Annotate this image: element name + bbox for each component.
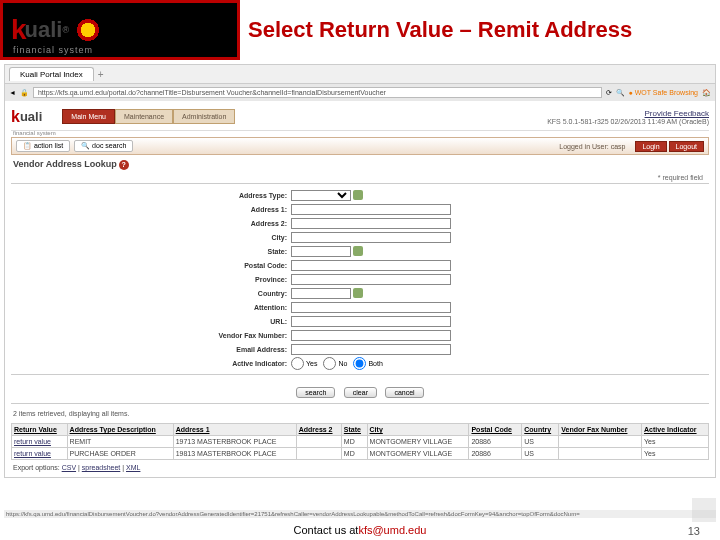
table-row: return valueREMIT19713 MASTERBROOK PLACE… bbox=[12, 436, 709, 448]
results-table: Return Value Address Type Description Ad… bbox=[11, 423, 709, 460]
label-postal: Postal Code: bbox=[11, 262, 291, 269]
lookup-icon[interactable] bbox=[353, 288, 363, 298]
col-state[interactable]: State bbox=[341, 424, 367, 436]
label-state: State: bbox=[11, 248, 291, 255]
label-city: City: bbox=[11, 234, 291, 241]
url-input[interactable]: https://kfs.qa.umd.edu/portal.do?channel… bbox=[33, 87, 602, 98]
logo-uali: uali bbox=[25, 17, 63, 43]
address1-input[interactable] bbox=[291, 204, 451, 215]
home-icon[interactable]: 🏠 bbox=[702, 89, 711, 97]
browser-toolbar: ◄ 🔒 https://kfs.qa.umd.edu/portal.do?cha… bbox=[5, 83, 715, 101]
login-button[interactable]: Login bbox=[635, 141, 666, 152]
label-attention: Attention: bbox=[11, 304, 291, 311]
col-fax[interactable]: Vendor Fax Number bbox=[559, 424, 642, 436]
col-return[interactable]: Return Value bbox=[12, 424, 68, 436]
export-spreadsheet-link[interactable]: spreadsheet bbox=[82, 464, 121, 471]
back-icon[interactable]: ◄ bbox=[9, 89, 16, 96]
export-csv-link[interactable]: CSV bbox=[62, 464, 76, 471]
search-button[interactable]: search bbox=[296, 387, 335, 398]
slide-footer: Contact us at kfs@umd.edu bbox=[0, 520, 720, 540]
browser-status-bar: https://kfs.qa.umd.edu/financialDisburse… bbox=[4, 510, 716, 518]
wot-badge: ● WOT Safe Browsing bbox=[629, 89, 698, 96]
clear-button[interactable]: clear bbox=[344, 387, 377, 398]
doc-search-button[interactable]: 🔍 doc search bbox=[74, 140, 133, 152]
required-legend: * required field bbox=[11, 174, 709, 181]
col-country[interactable]: Country bbox=[522, 424, 559, 436]
label-province: Province: bbox=[11, 276, 291, 283]
email-input[interactable] bbox=[291, 344, 451, 355]
app-logo-k: k bbox=[11, 108, 20, 126]
search-form: Address Type: Address 1: Address 2: City… bbox=[11, 183, 709, 375]
slide-title: Select Return Value – Remit Address bbox=[248, 17, 632, 43]
logged-in-user: Logged in User: casp bbox=[559, 143, 625, 150]
radio-yes[interactable]: Yes bbox=[291, 357, 317, 370]
logout-button[interactable]: Logout bbox=[669, 141, 704, 152]
city-input[interactable] bbox=[291, 232, 451, 243]
export-options: Export options: CSV | spreadsheet | XML bbox=[11, 460, 709, 475]
browser-tab-bar: Kuali Portal Index + bbox=[5, 65, 715, 83]
radio-no[interactable]: No bbox=[323, 357, 347, 370]
action-bar: 📋 action list 🔍 doc search Logged in Use… bbox=[11, 137, 709, 155]
lock-icon: 🔒 bbox=[20, 89, 29, 97]
address2-input[interactable] bbox=[291, 218, 451, 229]
lookup-icon[interactable] bbox=[353, 190, 363, 200]
button-row: search clear cancel bbox=[11, 377, 709, 404]
col-active[interactable]: Active Indicator bbox=[642, 424, 709, 436]
label-country: Country: bbox=[11, 290, 291, 297]
country-input[interactable] bbox=[291, 288, 351, 299]
footer-logo-icon bbox=[692, 498, 716, 522]
help-icon[interactable]: ? bbox=[119, 160, 129, 170]
postal-input[interactable] bbox=[291, 260, 451, 271]
label-active: Active Indicator: bbox=[11, 360, 291, 367]
browser-window: Kuali Portal Index + ◄ 🔒 https://kfs.qa.… bbox=[4, 64, 716, 478]
logo-subtitle: financial system bbox=[13, 45, 93, 55]
search-icon[interactable]: 🔍 bbox=[616, 89, 625, 97]
results-message: 2 items retrieved, displaying all items. bbox=[11, 404, 709, 423]
state-input[interactable] bbox=[291, 246, 351, 257]
tab-administration[interactable]: Administration bbox=[173, 109, 235, 124]
tab-maintenance[interactable]: Maintenance bbox=[115, 109, 173, 124]
new-tab-icon[interactable]: + bbox=[98, 69, 104, 80]
app-header: k uali Main Menu Maintenance Administrat… bbox=[11, 103, 709, 131]
browser-tab[interactable]: Kuali Portal Index bbox=[9, 67, 94, 81]
provide-feedback-link[interactable]: Provide Feedback bbox=[547, 109, 709, 118]
contact-email: kfs@umd.edu bbox=[358, 524, 426, 536]
return-value-link[interactable]: return value bbox=[14, 450, 51, 457]
province-input[interactable] bbox=[291, 274, 451, 285]
label-address1: Address 1: bbox=[11, 206, 291, 213]
label-address-type: Address Type: bbox=[11, 192, 291, 199]
page-title: Vendor Address Lookup? bbox=[11, 155, 709, 174]
kuali-logo: k uali ® financial system bbox=[0, 0, 240, 60]
url-input-field[interactable] bbox=[291, 316, 451, 327]
logo-reg: ® bbox=[62, 25, 69, 35]
col-a2[interactable]: Address 2 bbox=[296, 424, 341, 436]
page-number: 13 bbox=[688, 525, 700, 537]
label-url: URL: bbox=[11, 318, 291, 325]
tab-main-menu[interactable]: Main Menu bbox=[62, 109, 115, 124]
label-email: Email Address: bbox=[11, 346, 291, 353]
col-city[interactable]: City bbox=[367, 424, 469, 436]
col-type[interactable]: Address Type Description bbox=[67, 424, 173, 436]
radio-both[interactable]: Both bbox=[353, 357, 382, 370]
fax-input[interactable] bbox=[291, 330, 451, 341]
table-row: return valuePURCHASE ORDER19813 MASTERBR… bbox=[12, 448, 709, 460]
lookup-icon[interactable] bbox=[353, 246, 363, 256]
cancel-button[interactable]: cancel bbox=[385, 387, 423, 398]
export-xml-link[interactable]: XML bbox=[126, 464, 140, 471]
version-text: KFS 5.0.1-581-r325 02/26/2013 11:49 AM (… bbox=[547, 118, 709, 125]
address-type-select[interactable] bbox=[291, 190, 351, 201]
reload-icon[interactable]: ⟳ bbox=[606, 89, 612, 97]
label-address2: Address 2: bbox=[11, 220, 291, 227]
app-logo-uali: uali bbox=[20, 109, 42, 124]
app-logo-subtitle: financial system bbox=[13, 130, 709, 136]
maryland-seal-icon bbox=[75, 17, 101, 43]
return-value-link[interactable]: return value bbox=[14, 438, 51, 445]
label-fax: Vendor Fax Number: bbox=[11, 332, 291, 339]
col-postal[interactable]: Postal Code bbox=[469, 424, 522, 436]
attention-input[interactable] bbox=[291, 302, 451, 313]
action-list-button[interactable]: 📋 action list bbox=[16, 140, 70, 152]
col-a1[interactable]: Address 1 bbox=[173, 424, 296, 436]
